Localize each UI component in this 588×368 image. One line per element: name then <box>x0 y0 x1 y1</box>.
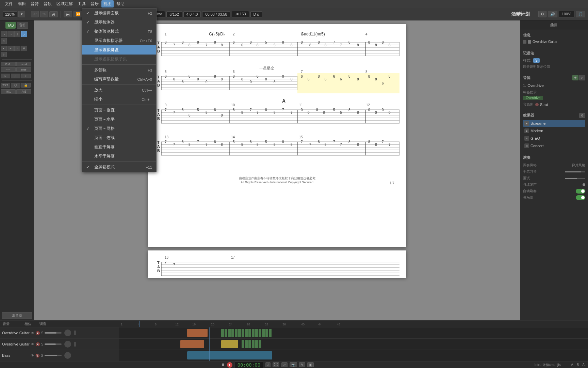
seq-block-1k[interactable] <box>252 329 255 337</box>
mixer-btn[interactable]: 混音器 <box>2 312 32 319</box>
track-pan-knob-1[interactable] <box>64 329 71 336</box>
menu-voice-count[interactable]: 编写声部数量 Ctrl+A+0 <box>82 75 156 84</box>
pm-btn[interactable]: P.M. <box>1 62 16 66</box>
perf-sustain-dot[interactable] <box>583 183 585 186</box>
seq-block-1f[interactable] <box>235 329 238 337</box>
menu-fullscreen-mode[interactable]: ✓ 整体预览模式 F8 <box>82 27 156 36</box>
fullscreen-btn[interactable]: ⤢ <box>281 362 288 367</box>
seq-block-1i[interactable] <box>245 329 248 337</box>
seq-block-1j[interactable] <box>248 329 251 337</box>
track-solo-btn-1[interactable]: S <box>41 331 44 335</box>
dot-btn[interactable]: • <box>1 46 7 51</box>
dynamics-btn[interactable]: 力度 <box>16 89 31 94</box>
track-eye-btn-2[interactable]: 👁 <box>31 342 34 346</box>
perf-retry-slider[interactable] <box>565 178 585 179</box>
seq-block-2c[interactable] <box>242 340 244 348</box>
audio-button[interactable]: 🎵 <box>576 11 585 17</box>
menu-horizontal-screen[interactable]: 水平于屏幕 <box>82 152 156 161</box>
seq-block-1b[interactable] <box>221 329 224 337</box>
menu-music[interactable]: 音乐 <box>88 0 101 7</box>
menu-region[interactable]: 区域注解 <box>54 0 75 7</box>
track-mute-btn-1[interactable]: 🔇 <box>36 331 40 335</box>
bottom-record-btn[interactable]: ● <box>227 362 232 368</box>
menu-page-vertical[interactable]: 页面－垂直 <box>82 106 156 115</box>
seq-block-2b[interactable] <box>221 340 238 348</box>
menu-zoom-out[interactable]: 缩小 Ctrl+-- <box>82 95 156 104</box>
track-mute-btn-3[interactable]: 🔇 <box>35 354 39 357</box>
track-solo-btn-3[interactable]: S <box>41 354 43 357</box>
menu-track[interactable]: 音轨 <box>42 0 54 7</box>
seq-block-1p[interactable] <box>269 329 272 337</box>
menu-page-grid[interactable]: ✓ 页面－网格 <box>82 124 156 133</box>
pencil-btn[interactable]: ✎ <box>299 362 305 367</box>
track-vol-slider-1[interactable] <box>45 332 62 334</box>
menu-view[interactable]: 视图 <box>101 0 114 7</box>
track-vol-slider-2[interactable] <box>45 343 62 345</box>
perf-auto-strum-toggle[interactable] <box>576 189 585 194</box>
speaker-button[interactable]: 🔊 <box>548 11 557 17</box>
seq-block-1h[interactable] <box>242 329 244 337</box>
style-badge[interactable]: S <box>533 58 540 63</box>
seq-block-2f[interactable] <box>252 340 255 348</box>
seq-block-2a[interactable] <box>180 340 204 348</box>
menu-show-detector[interactable]: ✓ 显示检测器 <box>82 18 156 27</box>
menu-file[interactable]: 文件 <box>3 0 15 7</box>
sound-item-1[interactable]: 1. Overdrive <box>523 82 585 89</box>
track-eye-btn-3[interactable]: 👁 <box>31 354 34 357</box>
menu-multi-voice[interactable]: 多音轨 F3 <box>82 65 156 75</box>
seq-block-1o[interactable] <box>265 329 268 337</box>
menu-note[interactable]: 音符 <box>29 0 41 7</box>
menu-show-editor[interactable]: ✓ 显示编辑面板 F2 <box>82 9 156 18</box>
camera-btn[interactable]: 📷 <box>290 362 297 367</box>
effect-item-geq[interactable]: ≡ G-EQ <box>523 135 585 142</box>
tab-score[interactable]: 曲目 <box>520 20 588 30</box>
fingering-btn[interactable]: 指法 <box>1 89 16 94</box>
seq-block-1c[interactable] <box>225 329 227 337</box>
dur-quarter[interactable]: ♩ <box>14 31 20 37</box>
flat-btn[interactable]: ♭ <box>1 52 7 57</box>
screen-btn[interactable]: ⛶ <box>273 362 279 367</box>
track-mute-btn-2[interactable]: 🔇 <box>36 342 40 346</box>
track-pan-knob-3[interactable] <box>64 352 71 359</box>
menu-tools[interactable]: 工具 <box>76 0 88 7</box>
seq-block-2d[interactable] <box>245 340 248 348</box>
seq-block-2e[interactable] <box>248 340 251 348</box>
tab-mode-btn[interactable]: TAB <box>5 22 16 29</box>
menu-virtual-keyboard[interactable]: 显示虚拟键盘 <box>82 45 156 55</box>
perf-hand-slider[interactable] <box>565 171 585 172</box>
menu-virtual-indicator[interactable]: 显示虚拟指示器 Ctrl+F6 <box>82 36 156 45</box>
text-btn[interactable]: TXT <box>1 83 10 88</box>
dur-16th[interactable]: ♬ <box>1 38 7 44</box>
seq-block-3a[interactable] <box>187 351 272 359</box>
menu-page-horizontal[interactable]: 页面－水平 <box>82 115 156 124</box>
trem-btn[interactable]: tr <box>21 74 31 78</box>
track-pan-knob-2[interactable] <box>64 341 71 348</box>
undo-button[interactable]: ↩ <box>31 11 39 17</box>
dur-eighth[interactable]: ♪ <box>21 31 27 37</box>
track-eye-btn-1[interactable]: 👁 <box>31 331 34 335</box>
track-vol-slider-3[interactable] <box>45 355 62 356</box>
pulloff-btn[interactable]: p <box>11 74 20 78</box>
menu-edit[interactable]: 编辑 <box>16 0 28 7</box>
hammer-btn[interactable]: h <box>1 74 10 78</box>
tempo-tap-btn[interactable]: ♩ <box>265 362 271 367</box>
go-start-button[interactable]: ⏮ <box>64 11 72 17</box>
print-button[interactable]: 🖨 <box>49 11 58 17</box>
perf-strings-toggle[interactable] <box>576 195 585 200</box>
lock-btn[interactable]: 🔒 <box>21 83 31 88</box>
score-mode-btn[interactable]: 音符 <box>17 22 28 29</box>
menu-zoom-in[interactable]: 放大 Ctrl++ <box>82 86 156 95</box>
seq-block-1n[interactable] <box>262 329 265 337</box>
seq-block-2h[interactable] <box>259 340 261 348</box>
dur-whole[interactable]: 𝅝 <box>1 31 7 37</box>
vibrato-btn[interactable]: ~~~ <box>1 67 16 72</box>
seq-block-2g[interactable] <box>255 340 258 348</box>
menu-vertical-screen[interactable]: 垂直于屏幕 <box>82 142 156 152</box>
seq-block-1e[interactable] <box>231 329 234 337</box>
effect-item-concert[interactable]: ≋ Concert <box>523 142 585 149</box>
seq-block-1d[interactable] <box>228 329 231 337</box>
seq-block-1a[interactable] <box>187 329 208 337</box>
rest-btn[interactable]: 𝄽 <box>14 46 20 51</box>
seq-block-1m[interactable] <box>259 329 261 337</box>
effects-settings-button[interactable]: ⚙ <box>579 113 585 118</box>
